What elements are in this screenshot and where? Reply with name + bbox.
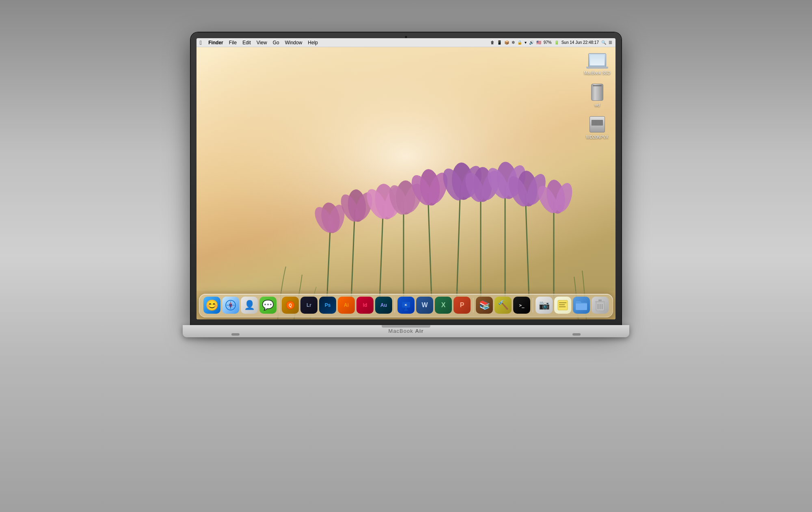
- dock-powerpoint[interactable]: P: [454, 297, 471, 314]
- svg-point-19: [381, 184, 406, 220]
- wifi-icon: ▾: [525, 40, 527, 45]
- dock: 😊 👤 💬: [199, 294, 613, 317]
- svg-point-18: [363, 186, 392, 222]
- svg-point-21: [386, 183, 411, 217]
- dock-illustrator[interactable]: Ai: [338, 297, 355, 314]
- dock-lightroom[interactable]: Lr: [300, 297, 317, 314]
- svg-point-17: [373, 182, 398, 221]
- dock-separator-4: [533, 298, 533, 312]
- wd-icon: [588, 83, 606, 101]
- list-icon[interactable]: ☰: [609, 40, 612, 45]
- svg-point-15: [337, 192, 363, 224]
- desktop-icon-macbook-ssd[interactable]: MacBook SSD: [583, 51, 611, 75]
- svg-rect-59: [595, 301, 605, 302]
- svg-text:K: K: [405, 303, 407, 307]
- svg-line-6: [456, 185, 460, 311]
- menubar-view[interactable]: View: [257, 40, 267, 46]
- svg-point-29: [473, 167, 492, 202]
- svg-text:Q: Q: [289, 303, 292, 308]
- svg-point-37: [523, 171, 549, 207]
- menubar-left:  Finder File Edit View Go Window Help: [200, 39, 318, 46]
- svg-point-32: [495, 161, 520, 200]
- svg-rect-56: [559, 304, 565, 305]
- dock-photoshop[interactable]: Ps: [319, 297, 336, 314]
- dock-container: 😊 👤 💬: [199, 294, 613, 317]
- dock-terminal[interactable]: >_: [513, 297, 530, 314]
- menubar-finder[interactable]: Finder: [208, 40, 223, 46]
- dock-excel[interactable]: X: [435, 297, 452, 314]
- svg-point-11: [319, 201, 342, 234]
- svg-point-22: [400, 181, 426, 216]
- airdrop-icon: 📱: [497, 40, 502, 45]
- dropbox-icon: 📦: [504, 40, 509, 45]
- wd20npvx-icon: [588, 115, 606, 133]
- svg-point-14: [347, 189, 367, 223]
- battery-icon: 🔋: [554, 40, 559, 45]
- menubar-go[interactable]: Go: [273, 40, 279, 46]
- menubar-edit[interactable]: Edit: [242, 40, 251, 46]
- wallpaper-flowers: [197, 47, 615, 319]
- menubar:  Finder File Edit View Go Window Help 🗑…: [197, 38, 615, 47]
- desktop[interactable]: MacBook SSD wd WD20NPVX: [197, 47, 615, 319]
- dock-stickies[interactable]: [554, 297, 571, 314]
- svg-point-24: [407, 172, 436, 208]
- svg-point-34: [503, 163, 529, 200]
- menubar-right: 🗑 📱 📦 ✲ 🔒 ▾ 🔊 🇺🇸 97% 🔋 Sun 14 Jun 22:48:…: [490, 40, 612, 45]
- svg-point-31: [478, 168, 503, 202]
- macbook-ssd-label: MacBook SSD: [584, 71, 610, 75]
- wd-label: wd: [595, 103, 600, 107]
- screen:  Finder File Edit View Go Window Help 🗑…: [197, 38, 615, 319]
- svg-point-35: [516, 170, 538, 207]
- svg-point-13: [326, 203, 348, 234]
- svg-point-12: [311, 204, 338, 236]
- search-icon[interactable]: 🔍: [601, 40, 606, 45]
- menubar-file[interactable]: File: [229, 40, 237, 46]
- menubar-window[interactable]: Window: [285, 40, 302, 46]
- svg-point-20: [396, 180, 415, 215]
- dock-woodpecker[interactable]: 🔨: [495, 297, 512, 314]
- dock-trash[interactable]: [592, 297, 609, 314]
- svg-point-33: [484, 165, 513, 202]
- laptop-bottom-chassis: MacBook Air: [183, 325, 629, 337]
- apple-menu[interactable]: : [200, 39, 202, 46]
- dock-keynote[interactable]: K: [397, 297, 415, 314]
- svg-point-26: [451, 162, 474, 200]
- dock-audition[interactable]: Au: [375, 297, 392, 314]
- svg-rect-55: [559, 302, 566, 303]
- menubar-help[interactable]: Help: [308, 40, 318, 46]
- macbook-ssd-icon: [588, 51, 606, 69]
- dock-finder[interactable]: 😊: [203, 297, 220, 314]
- laptop-hinge: [382, 325, 430, 328]
- svg-point-27: [439, 165, 469, 204]
- desktop-icons: MacBook SSD wd WD20NPVX: [583, 51, 611, 139]
- dock-librarian-pro[interactable]: 📚: [476, 297, 493, 314]
- battery-percent: 97%: [544, 40, 552, 45]
- dock-messages[interactable]: 💬: [259, 297, 276, 314]
- dock-separator-3: [473, 298, 473, 312]
- dock-word[interactable]: W: [416, 297, 433, 314]
- laptop-model-label: MacBook Air: [389, 328, 424, 334]
- svg-point-30: [462, 170, 488, 205]
- dock-safari[interactable]: [222, 297, 239, 314]
- laptop-foot-right: [572, 333, 581, 336]
- svg-point-36: [505, 174, 532, 210]
- dock-folder[interactable]: [573, 297, 590, 314]
- datetime: Sun 14 Jun 22:48:17: [561, 40, 599, 45]
- desktop-icon-wd[interactable]: wd: [583, 83, 611, 107]
- svg-point-16: [352, 190, 376, 223]
- dock-separator-2: [395, 298, 395, 312]
- svg-point-28: [457, 163, 486, 201]
- svg-rect-60: [598, 299, 602, 301]
- dock-quicken[interactable]: Q: [282, 297, 299, 314]
- bluetooth-icon: ✲: [512, 40, 515, 45]
- desktop-bg: [197, 47, 615, 319]
- svg-point-38: [544, 178, 568, 215]
- dock-separator-1: [279, 298, 279, 312]
- dock-contacts[interactable]: 👤: [241, 297, 258, 314]
- wd20npvx-label: WD20NPVX: [586, 135, 608, 139]
- dock-indesign[interactable]: Id: [356, 297, 374, 314]
- desktop-icon-wd20npvx[interactable]: WD20NPVX: [583, 115, 611, 139]
- svg-point-25: [425, 170, 451, 206]
- dock-image-capture[interactable]: 📷: [536, 297, 553, 314]
- screen-bezel:  Finder File Edit View Go Window Help 🗑…: [191, 33, 621, 325]
